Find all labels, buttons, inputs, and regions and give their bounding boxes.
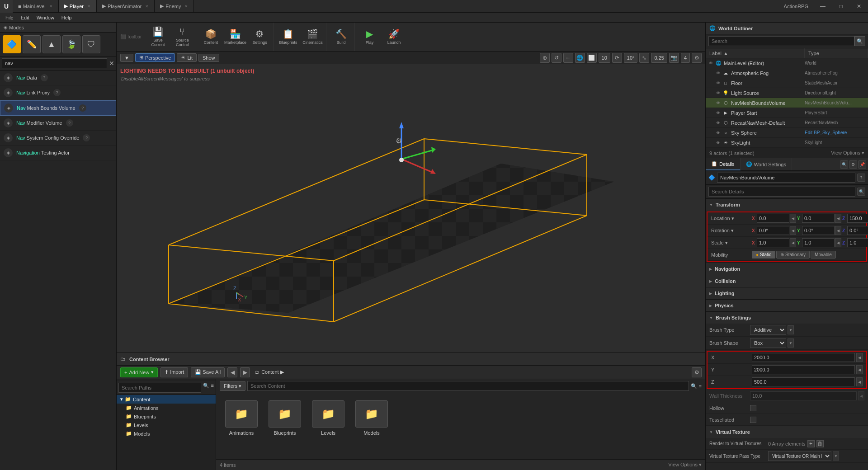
wo-item-floor-vis[interactable]: 👁 [715,80,721,86]
cb-settings-btn[interactable]: ⚙ [692,367,702,377]
source-control-button[interactable]: ⑂ Source Control [170,25,194,49]
blueprints-button[interactable]: 📋 Blueprints [276,25,300,49]
dp-section-transform-header[interactable]: ▼ Transform [706,199,868,211]
save-all-button[interactable]: 💾 Save All [191,367,225,377]
dp-section-collision-header[interactable]: ▶ Collision [706,275,868,287]
dp-section-physics-header[interactable]: ▶ Physics [706,300,868,311]
dp-search-input[interactable] [708,187,855,197]
dp-mobility-movable[interactable]: Movable [811,251,836,258]
dp-mobility-stationary[interactable]: ⊕ Stationary [776,251,810,258]
modes-item-navlinkproxy-help[interactable]: ? [53,89,61,96]
dp-tab-worldsettings[interactable]: 🌐 World Settings [741,158,792,170]
dp-dock-btn[interactable]: 📌 [858,160,866,169]
content-button[interactable]: 📦 Content [199,25,222,49]
play-button[interactable]: ▶ Play [358,25,381,49]
mode-btn-place[interactable]: 🔷 [3,35,21,53]
wo-item-atmosphericfog[interactable]: 👁 ☁ Atmospheric Fog AtmosphericFog [706,68,868,78]
wo-view-options[interactable]: View Options ▾ [831,150,864,156]
modes-item-abstractnavdata-help[interactable]: ? [41,74,48,81]
tab-playeranimator-close[interactable]: ✕ [145,4,149,9]
dp-section-virtualtexture-header[interactable]: ▼ Virtual Texture [706,426,868,438]
dp-section-brushsettings-header[interactable]: ▼ Brush Settings [706,312,868,324]
rot-snap-value[interactable]: 10° [624,53,638,63]
dp-actor-name-input[interactable] [717,173,855,183]
dp-location-x-reset[interactable]: ◀ [790,214,796,223]
menu-window[interactable]: Window [33,13,58,22]
menu-edit[interactable]: Edit [17,13,33,22]
dp-rotation-y-input[interactable] [802,226,835,235]
cb-content-search-input[interactable] [247,381,689,391]
modes-item-navlinkproxy[interactable]: ◈ Nav Link Proxy ? [0,85,116,100]
import-button[interactable]: ⬆ Import [160,367,188,377]
tab-player[interactable]: ▶ Player ✕ [59,0,97,12]
scale-snap-value[interactable]: 0.25 [651,53,667,63]
dp-virtualtexturepasstype-reset[interactable]: ▼ [833,451,839,461]
wo-item-recastnavmesh[interactable]: 👁 ⬡ RecastNavMesh-Default RecastNavMesh [706,118,868,128]
wo-item-navmeshboundsvolume[interactable]: 👁 ⬡ NavMeshBoundsVolume NavMeshBoundsVol… [706,98,868,108]
cb-back-button[interactable]: ◀ [227,367,237,377]
perspective-toggle[interactable]: ⊞ Perspective [135,53,175,62]
dp-mobility-static[interactable]: ● Static [752,251,775,258]
viewport-dropdown-arrow[interactable]: ▼ [120,54,133,62]
cb-folder-content[interactable]: ▾ 📁 Content [117,395,216,404]
cb-item-blueprints[interactable]: 📁 Blueprints [267,400,303,436]
settings-button[interactable]: ⚙ Settings [248,25,271,49]
tab-mainlevel[interactable]: ■ MainLevel ✕ [13,0,59,12]
dp-rotation-x-reset[interactable]: ◀ [790,226,796,235]
tab-mainlevel-close[interactable]: ✕ [49,4,53,9]
wo-item-playerstart-vis[interactable]: 👁 [715,110,721,116]
modes-item-navmodifiervolume[interactable]: ◈ Nav Modifier Volume ? [0,116,116,131]
wo-col-type[interactable]: Type [805,48,868,58]
modes-item-navigationtestingactor[interactable]: ◈ Navigation Testing Actor [0,146,116,160]
camera-speed-value[interactable]: 4 [681,53,690,63]
dp-scale-z-input[interactable] [847,238,868,247]
close-button[interactable]: ✕ [850,0,868,13]
dp-brush-x-reset[interactable]: ◀ [856,353,863,362]
mode-btn-paint[interactable]: ✏️ [23,35,41,53]
modes-item-navmeshboundsvolume-help[interactable]: ? [79,104,86,112]
mode-btn-mesh[interactable]: 🛡 [82,35,100,53]
cb-item-animations[interactable]: 📁 Animations [223,400,259,436]
cb-view-options-footer[interactable]: View Options ▾ [668,462,702,468]
wo-item-lightsource[interactable]: 👁 💡 Light Source DirectionalLight [706,88,868,98]
dp-brushtype-reset[interactable]: ▼ [788,325,794,334]
wo-item-lightsource-vis[interactable]: 👁 [715,90,721,96]
dp-tab-details[interactable]: 📋 Details [706,158,741,170]
wo-item-mainlevel-vis[interactable]: 👁 [708,60,714,66]
dp-brushshape-select[interactable]: Box [750,338,786,348]
cb-folder-animations[interactable]: 📁 Animations [117,404,216,412]
dp-rotation-z-input[interactable] [847,226,868,235]
tab-player-close[interactable]: ✕ [87,4,91,9]
modes-item-navmodifiervolume-help[interactable]: ? [66,119,73,127]
dp-location-y-input[interactable] [802,214,835,223]
rotate-gizmo-btn[interactable]: ↺ [552,53,561,63]
cb-item-models[interactable]: 📁 Models [354,400,390,436]
dp-virtualtexturepasstype-select[interactable]: Virtual Texture OR Main Pass [768,451,831,461]
modes-item-navsystemconfigoverride-help[interactable]: ? [83,134,90,141]
dp-search-toggle[interactable]: 🔍 [840,160,848,169]
minimize-button[interactable]: — [814,0,832,13]
wo-item-floor[interactable]: 👁 □ Floor StaticMeshActor [706,78,868,88]
dp-tessellated-checkbox[interactable] [750,417,756,423]
dp-scale-y-input[interactable] [802,238,835,247]
cb-filters-button[interactable]: Filters ▾ [220,381,245,391]
cinematics-button[interactable]: 🎬 Cinematics [301,25,324,49]
wo-item-skylight-vis[interactable]: 👁 [715,140,721,146]
dp-rotation-x-input[interactable] [757,226,789,235]
dp-scale-x-reset[interactable]: ◀ [790,238,796,247]
viewport-options-btn[interactable]: ⚙ [692,53,702,63]
wo-item-mainlevel[interactable]: 👁 🌐 MainLevel (Editor) World [706,58,868,68]
dp-location-label[interactable]: Location ▾ [711,216,752,221]
modes-item-navmeshboundsvolume[interactable]: ◈ Nav Mesh Bounds Volume ? [0,100,116,116]
cb-folder-levels[interactable]: 📁 Levels [117,421,216,429]
dp-scale-y-reset[interactable]: ◀ [835,238,841,247]
modes-item-abstractnavdata[interactable]: ◈ Nav Data ? [0,70,116,85]
dp-brush-y-reset[interactable]: ◀ [856,365,863,374]
save-current-button[interactable]: 💾 Save Current [146,25,170,49]
cb-item-levels[interactable]: 📁 Levels [310,400,346,436]
mode-btn-foliage[interactable]: 🍃 [62,35,80,53]
wo-item-navmeshboundsvolume-vis[interactable]: 👁 [715,100,721,106]
marketplace-button[interactable]: 🏪 Marketplace [223,25,247,49]
tab-enemy[interactable]: ▶ Enemy ✕ [155,0,194,12]
menu-help[interactable]: Help [58,13,75,22]
